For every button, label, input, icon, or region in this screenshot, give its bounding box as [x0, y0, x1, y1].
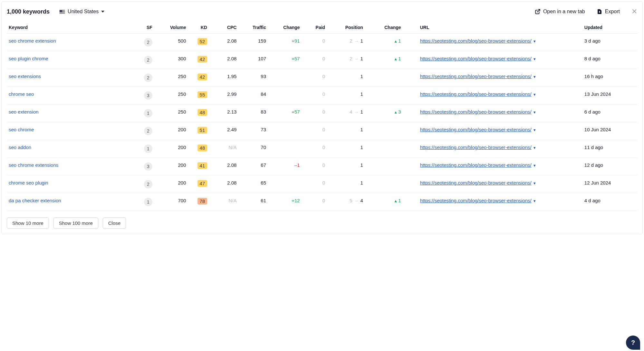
- position-change-cell: [365, 158, 403, 176]
- close-panel-button[interactable]: ✕: [631, 7, 637, 16]
- table-row: seo extension1250482.1383+5704→1▲3https:…: [7, 105, 637, 122]
- show-100-more-button[interactable]: Show 100 more: [53, 217, 98, 229]
- url-dropdown-icon[interactable]: ▼: [533, 199, 536, 203]
- keyword-link[interactable]: seo extensions: [9, 74, 41, 79]
- url-dropdown-icon[interactable]: ▼: [533, 164, 536, 167]
- url-dropdown-icon[interactable]: ▼: [533, 39, 536, 43]
- header-actions: Open in a new tab Export ✕: [535, 7, 637, 16]
- col-change[interactable]: Change: [268, 22, 302, 34]
- url-link[interactable]: https://seotesting.com/blog/seo-browser-…: [420, 180, 532, 186]
- col-updated[interactable]: Updated: [582, 22, 637, 34]
- kd-badge: 52: [197, 38, 207, 45]
- updated-cell: 12 d ago: [582, 158, 637, 176]
- show-10-more-button[interactable]: Show 10 more: [7, 217, 49, 229]
- traffic-cell: 159: [238, 34, 268, 51]
- keyword-link[interactable]: seo plugin chrome: [9, 56, 48, 61]
- export-button[interactable]: Export: [597, 9, 620, 15]
- arrow-right-icon: →: [354, 198, 359, 203]
- position-change-cell: [365, 176, 403, 193]
- url-dropdown-icon[interactable]: ▼: [533, 57, 536, 61]
- position-change-cell: ▲1: [365, 34, 403, 51]
- traffic-cell: 73: [238, 122, 268, 140]
- position-cell: 2→1: [327, 51, 365, 69]
- position-cell: 4→1: [327, 105, 365, 122]
- position-cell: 1: [327, 176, 365, 193]
- keyword-link[interactable]: da pa checker extension: [9, 198, 61, 203]
- traffic-change: +57: [292, 56, 300, 61]
- updated-cell: 12 Jun 2024: [582, 176, 637, 193]
- traffic-change: –1: [294, 162, 300, 168]
- updated-cell: 16 h ago: [582, 69, 637, 87]
- traffic-cell: 65: [238, 176, 268, 193]
- col-sf[interactable]: SF: [133, 22, 154, 34]
- sf-badge: 1: [144, 198, 152, 206]
- col-keyword[interactable]: Keyword: [7, 22, 133, 34]
- url-link[interactable]: https://seotesting.com/blog/seo-browser-…: [420, 127, 532, 132]
- keyword-link[interactable]: seo chrome extension: [9, 38, 56, 44]
- col-traffic[interactable]: Traffic: [238, 22, 268, 34]
- col-position[interactable]: Position: [327, 22, 365, 34]
- cpc-cell: 2.49: [209, 122, 239, 140]
- position-cell: 5→4: [327, 193, 365, 211]
- url-dropdown-icon[interactable]: ▼: [533, 93, 536, 96]
- url-dropdown-icon[interactable]: ▼: [533, 128, 536, 132]
- locale-selector[interactable]: United States: [59, 9, 104, 15]
- arrow-right-icon: →: [354, 110, 359, 115]
- keyword-link[interactable]: chrome seo: [9, 91, 34, 97]
- chevron-down-icon: [101, 11, 104, 13]
- col-kd[interactable]: KD: [188, 22, 209, 34]
- keyword-link[interactable]: seo chrome extensions: [9, 162, 58, 168]
- url-link[interactable]: https://seotesting.com/blog/seo-browser-…: [420, 145, 532, 150]
- position-cell: 1: [327, 122, 365, 140]
- col-pchange[interactable]: Change: [365, 22, 403, 34]
- url-link[interactable]: https://seotesting.com/blog/seo-browser-…: [420, 198, 532, 203]
- col-cpc[interactable]: CPC: [209, 22, 239, 34]
- col-volume[interactable]: Volume: [154, 22, 188, 34]
- url-link[interactable]: https://seotesting.com/blog/seo-browser-…: [420, 91, 532, 97]
- open-new-tab-button[interactable]: Open in a new tab: [535, 9, 585, 15]
- traffic-cell: 61: [238, 193, 268, 211]
- table-row: chrome seo plugin2200472.086501https://s…: [7, 176, 637, 193]
- keyword-link[interactable]: seo addon: [9, 145, 31, 150]
- url-dropdown-icon[interactable]: ▼: [533, 181, 536, 185]
- position-change-cell: ▲3: [365, 105, 403, 122]
- url-dropdown-icon[interactable]: ▼: [533, 146, 536, 150]
- url-link[interactable]: https://seotesting.com/blog/seo-browser-…: [420, 162, 532, 168]
- url-dropdown-icon[interactable]: ▼: [533, 75, 536, 79]
- updated-cell: 4 d ago: [582, 193, 637, 211]
- url-link[interactable]: https://seotesting.com/blog/seo-browser-…: [420, 38, 532, 44]
- url-dropdown-icon[interactable]: ▼: [533, 110, 536, 114]
- volume-cell: 250: [154, 69, 188, 87]
- cpc-cell: 2.08: [209, 176, 239, 193]
- sf-badge: 2: [144, 180, 152, 188]
- position-change-cell: [365, 87, 403, 105]
- col-paid[interactable]: Paid: [302, 22, 327, 34]
- keyword-link[interactable]: seo chrome: [9, 127, 34, 132]
- kd-badge: 41: [197, 162, 207, 169]
- svg-line-0: [537, 9, 540, 12]
- paid-cell: 0: [302, 105, 327, 122]
- url-link[interactable]: https://seotesting.com/blog/seo-browser-…: [420, 109, 532, 115]
- cpc-cell: N/A: [209, 193, 239, 211]
- col-url[interactable]: URL: [418, 22, 582, 34]
- volume-cell: 200: [154, 140, 188, 158]
- url-link[interactable]: https://seotesting.com/blog/seo-browser-…: [420, 56, 532, 61]
- close-button[interactable]: Close: [103, 217, 126, 229]
- sf-badge: 2: [144, 56, 152, 64]
- table-header-row: Keyword SF Volume KD CPC Traffic Change …: [7, 22, 637, 34]
- url-link[interactable]: https://seotesting.com/blog/seo-browser-…: [420, 74, 532, 79]
- arrow-right-icon: →: [354, 56, 359, 61]
- updated-cell: 13 Jun 2024: [582, 87, 637, 105]
- updated-cell: 8 d ago: [582, 51, 637, 69]
- volume-cell: 200: [154, 158, 188, 176]
- keyword-link[interactable]: seo extension: [9, 109, 39, 115]
- keyword-link[interactable]: chrome seo plugin: [9, 180, 48, 186]
- cpc-cell: 2.13: [209, 105, 239, 122]
- position-change-cell: ▲1: [365, 51, 403, 69]
- table-footer: Show 10 more Show 100 more Close: [7, 211, 637, 229]
- panel-header: 1,000 keywords United States Open in a n…: [7, 2, 637, 22]
- position-cell: 1: [327, 158, 365, 176]
- traffic-cell: 84: [238, 87, 268, 105]
- table-row: seo chrome2200512.497301https://seotesti…: [7, 122, 637, 140]
- volume-cell: 200: [154, 176, 188, 193]
